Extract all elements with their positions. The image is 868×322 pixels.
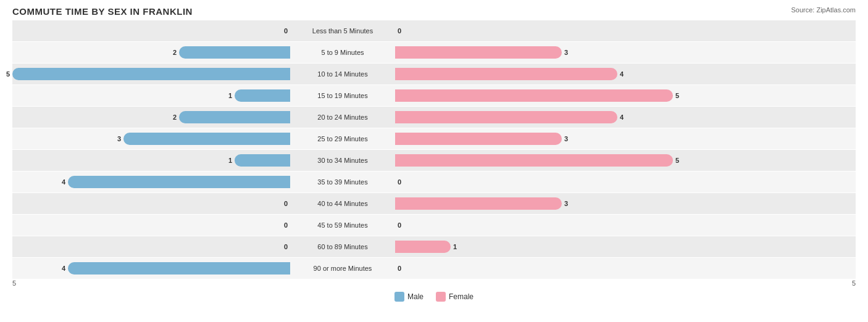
- right-section: 4: [395, 107, 673, 128]
- female-value-label: 5: [675, 157, 679, 164]
- legend: Male Female: [12, 292, 856, 302]
- chart-container: COMMUTE TIME BY SEX IN FRANKLIN Source: …: [0, 0, 868, 322]
- right-section: 0: [395, 215, 673, 236]
- female-value-label: 3: [564, 49, 568, 56]
- table-row: 325 to 29 Minutes3: [12, 128, 856, 149]
- male-value-label: 3: [117, 135, 121, 142]
- right-section: 0: [395, 171, 673, 192]
- row-label: 90 or more Minutes: [290, 265, 395, 272]
- male-bar: [235, 89, 290, 102]
- table-row: 040 to 44 Minutes3: [12, 193, 856, 214]
- female-value-label: 5: [675, 92, 679, 99]
- chart-area: 0Less than 5 Minutes025 to 9 Minutes3510…: [12, 20, 856, 279]
- right-section: 5: [395, 85, 673, 106]
- male-value-label: 2: [173, 49, 177, 56]
- legend-female: Female: [436, 292, 474, 302]
- male-value-label: 5: [6, 70, 10, 78]
- male-value-label: 0: [284, 243, 288, 250]
- row-label: 15 to 19 Minutes: [290, 92, 395, 99]
- male-value-label: 1: [228, 157, 232, 164]
- right-section: 4: [395, 64, 673, 85]
- male-bar: [68, 176, 290, 188]
- female-bar: [395, 133, 562, 145]
- female-value-label: 3: [564, 200, 568, 207]
- chart-title: COMMUTE TIME BY SEX IN FRANKLIN: [12, 6, 856, 17]
- row-label: 25 to 29 Minutes: [290, 135, 395, 142]
- female-bar: [395, 111, 617, 123]
- right-section: 0: [395, 258, 673, 279]
- right-section: 3: [395, 193, 673, 214]
- left-section: 2: [12, 107, 290, 128]
- table-row: 220 to 24 Minutes4: [12, 107, 856, 128]
- left-section: 4: [12, 258, 290, 279]
- legend-male-box: [394, 292, 404, 302]
- table-row: 115 to 19 Minutes5: [12, 85, 856, 106]
- row-label: 30 to 34 Minutes: [290, 157, 395, 164]
- male-value-label: 0: [284, 221, 288, 229]
- female-bar: [395, 241, 451, 253]
- male-bar: [179, 46, 290, 59]
- male-bar: [68, 262, 290, 275]
- left-section: 5: [12, 64, 290, 85]
- legend-female-box: [436, 292, 446, 302]
- right-section: 0: [395, 20, 673, 41]
- female-value-label: 3: [564, 135, 568, 142]
- male-value-label: 4: [62, 178, 65, 186]
- male-bar: [235, 154, 290, 167]
- table-row: 130 to 34 Minutes5: [12, 150, 856, 171]
- male-value-label: 2: [173, 114, 177, 121]
- right-section: 3: [395, 42, 673, 63]
- female-bar: [395, 46, 562, 59]
- male-bar: [12, 68, 290, 80]
- table-row: 510 to 14 Minutes4: [12, 64, 856, 85]
- male-value-label: 0: [284, 200, 288, 207]
- male-bar: [123, 133, 290, 145]
- female-bar: [395, 89, 673, 102]
- female-value-label: 4: [620, 114, 624, 121]
- axis-left: 5: [12, 279, 16, 287]
- male-value-label: 4: [62, 265, 65, 272]
- female-bar: [395, 197, 562, 210]
- female-value-label: 0: [398, 221, 401, 229]
- left-section: 4: [12, 171, 290, 192]
- axis-labels: 5 5: [12, 279, 856, 288]
- female-value-label: 0: [398, 265, 401, 272]
- male-value-label: 0: [284, 27, 288, 35]
- legend-female-label: Female: [449, 292, 474, 301]
- left-section: 2: [12, 42, 290, 63]
- row-label: 35 to 39 Minutes: [290, 178, 395, 186]
- table-row: 25 to 9 Minutes3: [12, 42, 856, 63]
- row-label: Less than 5 Minutes: [290, 27, 395, 35]
- source-text: Source: ZipAtlas.com: [791, 6, 856, 14]
- left-section: 3: [12, 128, 290, 149]
- axis-right: 5: [852, 279, 856, 287]
- left-section: 1: [12, 150, 290, 171]
- female-value-label: 4: [620, 70, 624, 78]
- male-bar: [179, 111, 290, 123]
- row-label: 60 to 89 Minutes: [290, 243, 395, 250]
- row-label: 20 to 24 Minutes: [290, 114, 395, 121]
- left-section: 0: [12, 215, 290, 236]
- female-value-label: 1: [453, 243, 457, 250]
- row-label: 10 to 14 Minutes: [290, 70, 395, 78]
- table-row: 0Less than 5 Minutes0: [12, 20, 856, 41]
- left-section: 0: [12, 193, 290, 214]
- female-bar: [395, 68, 617, 80]
- left-section: 1: [12, 85, 290, 106]
- right-section: 3: [395, 128, 673, 149]
- row-label: 45 to 59 Minutes: [290, 221, 395, 229]
- table-row: 490 or more Minutes0: [12, 258, 856, 279]
- row-label: 40 to 44 Minutes: [290, 200, 395, 207]
- table-row: 435 to 39 Minutes0: [12, 171, 856, 192]
- female-value-label: 0: [398, 27, 401, 35]
- left-section: 0: [12, 20, 290, 41]
- left-section: 0: [12, 236, 290, 257]
- female-value-label: 0: [398, 178, 401, 186]
- female-bar: [395, 154, 673, 167]
- male-value-label: 1: [228, 92, 232, 99]
- table-row: 045 to 59 Minutes0: [12, 215, 856, 236]
- table-row: 060 to 89 Minutes1: [12, 236, 856, 257]
- legend-male: Male: [394, 292, 424, 302]
- legend-male-label: Male: [407, 292, 424, 301]
- right-section: 1: [395, 236, 673, 257]
